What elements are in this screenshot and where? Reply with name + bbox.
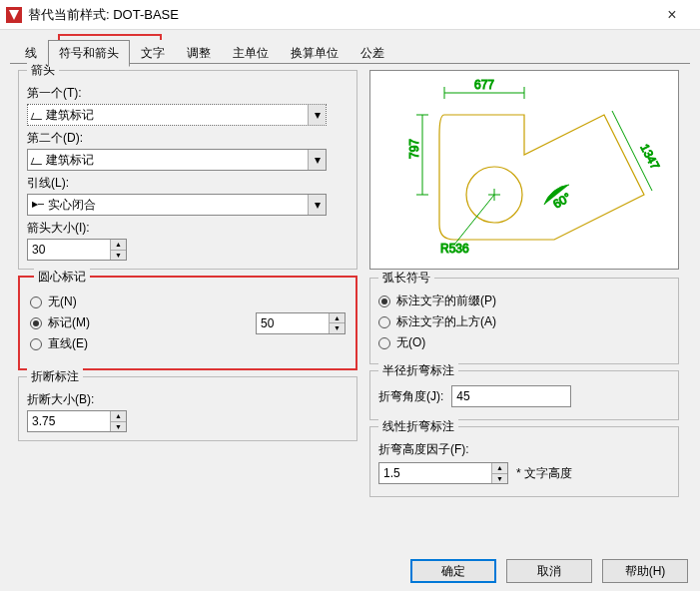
svg-text:1347: 1347 [637, 142, 662, 172]
chevron-down-icon: ▾ [308, 150, 326, 170]
input-jog-angle[interactable]: 45 [451, 385, 571, 407]
svg-text:677: 677 [474, 78, 494, 92]
stepper-up-icon[interactable]: ▲ [111, 411, 126, 422]
chevron-down-icon: ▾ [308, 105, 326, 125]
tick-icon [32, 110, 42, 120]
label-jog-factor: 折弯高度因子(F): [378, 441, 670, 458]
dimension-preview: 677 797 1347 R536 60° [369, 70, 679, 270]
spin-jog-factor[interactable]: 1.5 ▲▼ [378, 462, 508, 484]
tab-symbols-arrows[interactable]: 符号和箭头 [48, 40, 130, 67]
stepper-up-icon[interactable]: ▲ [330, 313, 345, 324]
legend-dim-break: 折断标注 [27, 368, 83, 385]
label-break-size: 折断大小(B): [27, 391, 349, 408]
chevron-down-icon: ▾ [308, 195, 326, 215]
app-icon [6, 7, 22, 23]
combo-first-arrow[interactable]: 建筑标记 ▾ [27, 104, 327, 126]
radio-center-none[interactable]: 无(N) [30, 294, 90, 310]
radio-arc-above[interactable]: 标注文字的上方(A) [378, 313, 670, 330]
break-size-value: 3.75 [28, 411, 110, 431]
legend-radius-jog: 半径折弯标注 [378, 362, 458, 379]
stepper-up-icon[interactable]: ▲ [492, 463, 507, 474]
group-dim-break: 折断标注 折断大小(B): 3.75 ▲▼ [18, 376, 357, 441]
center-size-value: 50 [257, 313, 329, 333]
cancel-button[interactable]: 取消 [506, 559, 592, 583]
radio-arc-before[interactable]: 标注文字的前缀(P) [378, 293, 670, 309]
spin-center-size[interactable]: 50 ▲▼ [256, 312, 346, 334]
legend-center-mark: 圆心标记 [34, 269, 90, 286]
spin-arrow-size[interactable]: 30 ▲▼ [27, 239, 127, 261]
preview-svg: 677 797 1347 R536 60° [384, 75, 664, 265]
svg-text:R536: R536 [440, 242, 469, 256]
arrow-size-value: 30 [28, 240, 110, 260]
leader-value: 实心闭合 [48, 197, 96, 214]
label-jog-suffix: * 文字高度 [516, 465, 572, 482]
legend-linear-jog: 线性折弯标注 [378, 418, 458, 435]
window-title: 替代当前样式: DOT-BASE [28, 6, 179, 24]
svg-line-13 [454, 195, 494, 245]
combo-second-arrow[interactable]: 建筑标记 ▾ [27, 149, 327, 171]
stepper-down-icon[interactable]: ▼ [492, 474, 507, 484]
label-jog-angle: 折弯角度(J): [378, 388, 443, 405]
group-linear-jog: 线性折弯标注 折弯高度因子(F): 1.5 ▲▼ * 文字高度 [369, 426, 679, 497]
stepper-up-icon[interactable]: ▲ [111, 240, 126, 251]
tick-icon [32, 155, 42, 165]
dialog-buttons: 确定 取消 帮助(H) [410, 559, 688, 583]
second-arrow-value: 建筑标记 [46, 152, 94, 169]
label-leader: 引线(L): [27, 175, 349, 192]
group-arc-symbol: 弧长符号 标注文字的前缀(P) 标注文字的上方(A) 无(O) [369, 278, 679, 364]
group-center-mark: 圆心标记 无(N) 标记(M) 直线(E) 50 ▲▼ [26, 284, 350, 362]
highlight-center-mark: 圆心标记 无(N) 标记(M) 直线(E) 50 ▲▼ [18, 276, 357, 370]
label-first-arrow: 第一个(T): [27, 85, 349, 102]
stepper-down-icon[interactable]: ▼ [111, 251, 126, 261]
dialog-content: 线 符号和箭头 文字 调整 主单位 换算单位 公差 箭头 第一个(T): 建筑标… [0, 30, 700, 545]
ok-button[interactable]: 确定 [410, 559, 496, 583]
legend-arc-symbol: 弧长符号 [378, 270, 434, 287]
stepper-down-icon[interactable]: ▼ [111, 422, 126, 432]
first-arrow-value: 建筑标记 [46, 107, 94, 124]
label-arrow-size: 箭头大小(I): [27, 220, 349, 237]
group-radius-jog: 半径折弯标注 折弯角度(J): 45 [369, 370, 679, 420]
jog-factor-value: 1.5 [379, 463, 491, 483]
radio-center-mark[interactable]: 标记(M) [30, 314, 90, 331]
radio-center-line[interactable]: 直线(E) [30, 335, 90, 352]
stepper-down-icon[interactable]: ▼ [330, 323, 345, 333]
spin-break-size[interactable]: 3.75 ▲▼ [27, 410, 127, 432]
close-button[interactable]: × [652, 6, 692, 24]
title-bar: 替代当前样式: DOT-BASE × [0, 0, 700, 30]
help-button[interactable]: 帮助(H) [602, 559, 688, 583]
radio-arc-none[interactable]: 无(O) [378, 334, 670, 351]
combo-leader[interactable]: 实心闭合 ▾ [27, 194, 327, 216]
svg-text:797: 797 [407, 139, 421, 159]
group-arrowheads: 箭头 第一个(T): 建筑标记 ▾ 第二个(D): 建筑标记 ▾ 引线(L): … [18, 70, 357, 270]
leader-icon [32, 200, 44, 210]
label-second-arrow: 第二个(D): [27, 130, 349, 147]
